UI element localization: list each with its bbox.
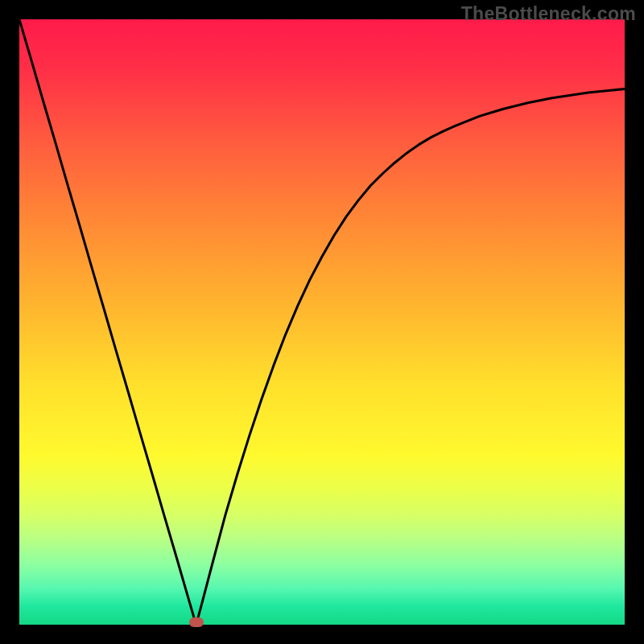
plot-area	[19, 19, 625, 625]
bottleneck-curve	[19, 19, 625, 625]
min-point-marker	[189, 617, 204, 627]
chart-frame: TheBottleneck.com	[0, 0, 644, 644]
watermark-label: TheBottleneck.com	[461, 3, 636, 25]
